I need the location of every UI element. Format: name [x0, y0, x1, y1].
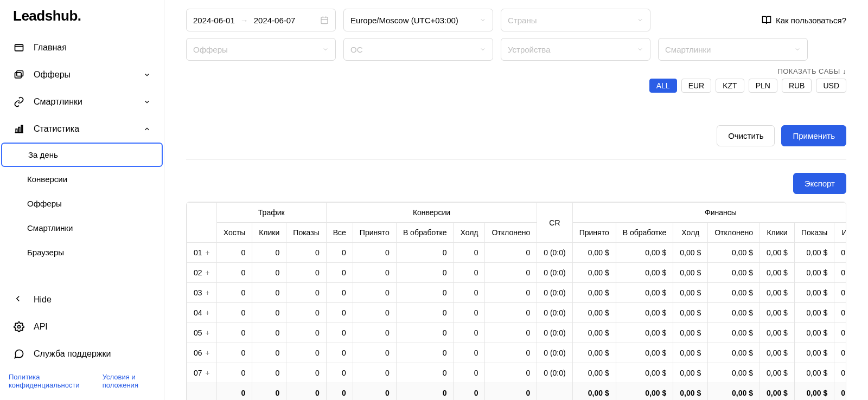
cell: 0,00 $	[760, 283, 794, 303]
cell: 0,00 $	[834, 343, 846, 363]
filters-row-2: Офферы ОС Устройства Смартлинки	[186, 38, 846, 61]
row-label[interactable]: 05+	[187, 323, 217, 343]
arrow-left-icon	[13, 294, 25, 306]
cell: 0	[396, 263, 454, 283]
col-header: Принято	[353, 223, 396, 243]
help-link[interactable]: Как пользоваться?	[762, 15, 846, 25]
cell: 0,00 $	[760, 343, 794, 363]
currency-tab-rub[interactable]: RUB	[782, 79, 812, 93]
nav-offers[interactable]: Офферы	[0, 61, 164, 88]
cell: 0	[353, 343, 396, 363]
cell: 0,00 $	[616, 383, 673, 401]
sidebar-bottom: Hide API Служба поддержки Политика конфи…	[0, 286, 164, 400]
svg-rect-0	[15, 44, 23, 51]
expand-row-icon[interactable]: +	[206, 248, 210, 257]
cell: 0	[396, 243, 454, 263]
row-label[interactable]: 04+	[187, 303, 217, 323]
expand-row-icon[interactable]: +	[206, 268, 210, 277]
currency-tab-usd[interactable]: USD	[816, 79, 846, 93]
cell: 0,00 $	[708, 383, 760, 401]
cell: 0	[286, 283, 326, 303]
cell: 0	[454, 283, 485, 303]
row-label[interactable]: 01+	[187, 243, 217, 263]
cell: 0,00 $	[673, 283, 708, 303]
cell: 0	[396, 303, 454, 323]
svg-rect-5	[21, 125, 22, 132]
apply-button[interactable]: Применить	[781, 125, 846, 146]
expand-row-icon[interactable]: +	[206, 288, 210, 297]
date-from: 2024-06-01	[193, 16, 235, 25]
cell: 0	[286, 303, 326, 323]
nav-api[interactable]: API	[0, 313, 164, 340]
currency-tab-kzt[interactable]: KZT	[716, 79, 744, 93]
cell: 0	[216, 303, 252, 323]
cell: 0,00 $	[572, 263, 616, 283]
expand-row-icon[interactable]: +	[206, 328, 210, 337]
timezone-select[interactable]: Europe/Moscow (UTC+03:00)	[343, 9, 493, 31]
cell: 0,00 $	[673, 323, 708, 343]
clear-button[interactable]: Очистить	[717, 125, 775, 146]
cell: 0,00 $	[794, 243, 834, 263]
svg-rect-7	[321, 17, 328, 24]
cell: 0	[353, 283, 396, 303]
actions-row: Очистить Применить	[186, 125, 846, 160]
cell: 0	[485, 323, 537, 343]
date-range-picker[interactable]: 2024-06-01 → 2024-06-07	[186, 9, 336, 31]
table-row: 02+000000000 (0:0)0,00 $0,00 $0,00 $0,00…	[187, 263, 847, 283]
cell: 0	[454, 263, 485, 283]
filters-row-1: 2024-06-01 → 2024-06-07 Europe/Moscow (U…	[186, 9, 846, 31]
cell: 0,00 $	[834, 323, 846, 343]
cell: 0	[454, 383, 485, 401]
subnav-smartlinks[interactable]: Смартлинки	[0, 216, 164, 240]
col-header: В обработке	[396, 223, 454, 243]
col-header: Холд	[454, 223, 485, 243]
cell: 0,00 $	[673, 363, 708, 383]
cell: 0,00 $	[794, 283, 834, 303]
subnav-offers[interactable]: Офферы	[0, 191, 164, 216]
currency-tab-all[interactable]: ALL	[649, 79, 677, 93]
show-subs-toggle[interactable]: ПОКАЗАТЬ САБЫ ↓	[186, 67, 846, 75]
nav-smartlinks[interactable]: Смартлинки	[0, 88, 164, 115]
cell: 0	[326, 283, 353, 303]
expand-row-icon[interactable]: +	[206, 308, 210, 317]
cell: 0	[252, 383, 286, 401]
countries-select[interactable]: Страны	[501, 9, 650, 31]
offers-select[interactable]: Офферы	[186, 38, 336, 61]
hide-sidebar-button[interactable]: Hide	[0, 286, 164, 313]
row-label[interactable]: 06+	[187, 343, 217, 363]
home-icon	[13, 42, 25, 54]
row-label[interactable]: 07+	[187, 363, 217, 383]
cell: 0,00 $	[760, 383, 794, 401]
cell: 0	[326, 263, 353, 283]
cell: 0,00 $	[572, 343, 616, 363]
subnav-daily[interactable]: За день	[1, 143, 163, 167]
cell: 0,00 $	[760, 263, 794, 283]
nav-label: API	[34, 322, 48, 332]
export-button[interactable]: Экспорт	[793, 173, 846, 194]
currency-tab-eur[interactable]: EUR	[681, 79, 712, 93]
currency-tab-pln[interactable]: PLN	[749, 79, 777, 93]
col-header: Хосты	[216, 223, 252, 243]
nav-statistics[interactable]: Статистика	[0, 115, 164, 143]
cell: 0	[286, 243, 326, 263]
chevron-down-icon	[143, 71, 151, 79]
row-label[interactable]: 03+	[187, 283, 217, 303]
os-select[interactable]: ОС	[343, 38, 493, 61]
table-row: 03+000000000 (0:0)0,00 $0,00 $0,00 $0,00…	[187, 283, 847, 303]
expand-row-icon[interactable]: +	[206, 349, 210, 357]
col-header: Все	[326, 223, 353, 243]
devices-select[interactable]: Устройства	[501, 38, 650, 61]
row-label[interactable]: 02+	[187, 263, 217, 283]
nav-home[interactable]: Главная	[0, 34, 164, 61]
terms-link[interactable]: Условия и положения	[103, 373, 155, 389]
subnav-conversions[interactable]: Конверсии	[0, 167, 164, 191]
privacy-link[interactable]: Политика конфиденциальности	[9, 373, 86, 389]
cell: 0	[485, 263, 537, 283]
expand-row-icon[interactable]: +	[206, 369, 210, 377]
cell: 0,00 $	[708, 283, 760, 303]
subnav-browsers[interactable]: Браузеры	[0, 240, 164, 264]
nav-support[interactable]: Служба поддержки	[0, 340, 164, 367]
book-icon	[762, 15, 771, 25]
smartlinks-select[interactable]: Смартлинки	[658, 38, 808, 61]
cell: 0,00 $	[616, 363, 673, 383]
